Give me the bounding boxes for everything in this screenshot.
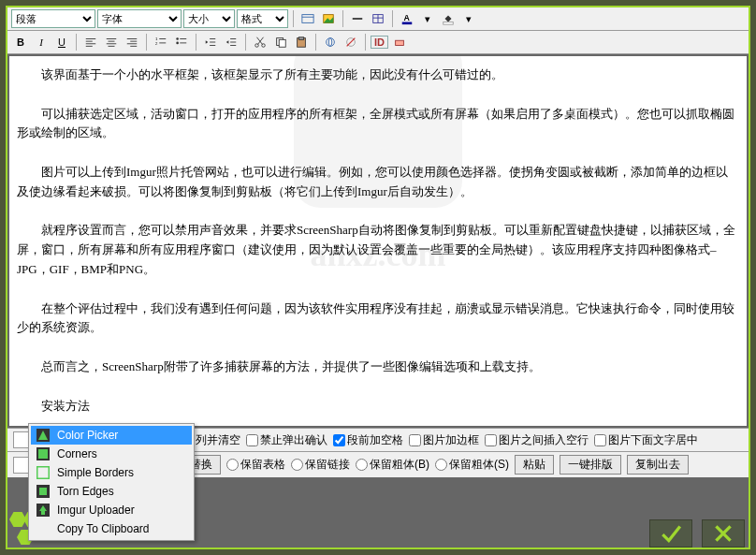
watermark-text: anxz.com <box>311 227 446 282</box>
menu-torn-edges[interactable]: Torn Edges <box>31 482 192 501</box>
svg-rect-44 <box>279 39 285 47</box>
svg-rect-10 <box>443 22 454 25</box>
corners-icon <box>36 447 50 460</box>
context-menu: Color Picker Corners Simple Borders Torn… <box>28 423 195 541</box>
color-picker-icon <box>36 429 50 442</box>
space-before-check[interactable]: 段前加空格 <box>333 432 403 448</box>
svg-point-47 <box>327 38 335 47</box>
unlink-icon[interactable] <box>342 33 360 51</box>
ol-icon[interactable]: 12 <box>152 33 170 51</box>
menu-copy-clipboard[interactable]: Copy To Clipboard <box>31 519 192 538</box>
underline-button[interactable]: U <box>52 33 71 51</box>
svg-rect-58 <box>39 488 47 495</box>
copy-out-button[interactable]: 复制出去 <box>627 455 689 475</box>
editor-content[interactable]: anxz.com 该界面基于一个小的水平框架，该框架显示了所有主要功能，因此没有… <box>9 56 747 426</box>
format-select[interactable]: 格式 <box>237 9 288 28</box>
web-icon[interactable] <box>298 9 317 28</box>
align-right-icon[interactable] <box>123 33 141 51</box>
svg-text:A: A <box>404 13 411 22</box>
keep-bold-b-radio[interactable]: 保留粗体(B) <box>356 457 429 473</box>
copy-icon[interactable] <box>271 33 290 51</box>
font-select[interactable]: 字体 <box>97 9 182 28</box>
svg-rect-51 <box>396 40 404 45</box>
link-icon[interactable] <box>321 33 340 51</box>
svg-point-28 <box>176 42 179 45</box>
menu-corners[interactable]: Corners <box>31 445 192 463</box>
ok-button[interactable] <box>649 519 692 548</box>
menu-color-picker[interactable]: Color Picker <box>31 426 192 445</box>
svg-text:2: 2 <box>155 41 158 46</box>
dropdown2-icon[interactable]: ▾ <box>459 9 478 28</box>
no-popup-check[interactable]: 禁止弹出确认 <box>246 432 327 448</box>
menu-simple-borders[interactable]: Simple Borders <box>31 463 192 482</box>
toolbar-edit-row: B I U 12 ID <box>7 31 749 54</box>
keep-bold-s-radio[interactable]: 保留粗体(S) <box>435 457 509 473</box>
bold-button[interactable]: B <box>11 33 30 51</box>
svg-marker-35 <box>226 40 229 44</box>
menu-imgur-uploader[interactable]: Imgur Uploader <box>31 501 192 519</box>
paragraph: 总而言之，ScreenSharp附带了许多捕获屏幕的方法，并提供了一些图像编辑选… <box>17 358 739 377</box>
watermark-icon <box>294 56 462 208</box>
align-center-icon[interactable] <box>102 33 121 51</box>
indent-icon[interactable] <box>222 33 240 51</box>
svg-rect-61 <box>41 511 45 515</box>
svg-rect-9 <box>402 22 413 25</box>
layout-button[interactable]: 一键排版 <box>560 455 621 475</box>
paste-icon[interactable] <box>292 33 311 51</box>
id-button[interactable]: ID <box>371 36 388 49</box>
borders-icon <box>36 466 50 479</box>
torn-icon <box>36 485 50 498</box>
font-color-icon[interactable]: A <box>398 9 416 28</box>
svg-rect-56 <box>36 466 50 479</box>
pic-blank-check[interactable]: 图片之间插入空行 <box>485 432 589 448</box>
svg-marker-31 <box>206 40 209 44</box>
svg-point-27 <box>176 37 179 40</box>
keep-table-radio[interactable]: 保留表格 <box>226 457 285 473</box>
svg-rect-46 <box>298 37 303 40</box>
clipboard-icon <box>36 522 50 535</box>
pic-border-check[interactable]: 图片加边框 <box>409 432 479 448</box>
svg-line-41 <box>257 37 263 45</box>
clear-format-icon[interactable] <box>390 33 409 51</box>
italic-button[interactable]: I <box>32 33 51 51</box>
image-icon[interactable] <box>319 9 338 28</box>
cut-icon[interactable] <box>251 33 269 51</box>
svg-line-42 <box>257 37 263 45</box>
paragraph: 在整个评估过程中，我们没有遇到任何问题，因为该软件实用程序没有挂起，崩溃或显示错… <box>17 299 739 339</box>
outdent-icon[interactable] <box>201 33 220 51</box>
footer-buttons <box>649 519 745 548</box>
cancel-button[interactable] <box>702 519 745 548</box>
hr-icon[interactable] <box>348 9 367 28</box>
table-icon[interactable] <box>369 9 387 28</box>
paragraph: 安装方法 <box>17 397 739 416</box>
upload-icon <box>36 504 50 517</box>
svg-rect-0 <box>302 15 313 23</box>
ul-icon[interactable] <box>172 33 191 51</box>
svg-point-48 <box>328 38 332 47</box>
dropdown-icon[interactable]: ▾ <box>418 9 437 28</box>
keep-link-radio[interactable]: 保留链接 <box>291 457 350 473</box>
align-left-icon[interactable] <box>81 33 100 51</box>
svg-rect-55 <box>38 449 48 459</box>
paragraph-style-select[interactable]: 段落 <box>11 9 95 28</box>
toolbar-format-row: 段落 字体 大小 格式 A ▾ ▾ <box>7 7 749 31</box>
paste-button[interactable]: 粘贴 <box>515 455 554 475</box>
bg-color-icon[interactable] <box>439 9 458 28</box>
size-select[interactable]: 大小 <box>183 9 235 28</box>
pic-text-check[interactable]: 图片下面文字居中 <box>594 432 698 448</box>
